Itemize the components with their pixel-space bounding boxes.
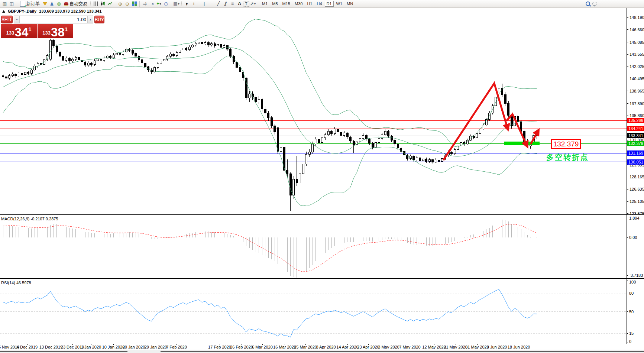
date-label: 21 May 2020 bbox=[444, 345, 467, 349]
timeframe-mn[interactable]: MN bbox=[345, 1, 355, 7]
price-badge-130.051: 130.051 bbox=[628, 160, 643, 164]
timeframe-m30[interactable]: M30 bbox=[293, 1, 304, 7]
chart-canvas[interactable]: MACD(12,26,9) -0.2107 0.28751.8940.00-3.… bbox=[0, 0, 644, 353]
toolbar-separator bbox=[199, 1, 199, 7]
sell-button[interactable]: SELL bbox=[1, 16, 13, 23]
price-axis-tick: 146.660 bbox=[630, 27, 644, 32]
trend-arrow-1[interactable] bbox=[443, 83, 508, 160]
new-order-button[interactable]: + 新订单 bbox=[19, 0, 41, 7]
bar-chart-type-icon[interactable] bbox=[92, 0, 99, 7]
expert-advisor-icon[interactable]: ♟ bbox=[48, 0, 55, 7]
toolbar-separator bbox=[17, 1, 17, 7]
timeframe-m1[interactable]: M1 bbox=[260, 1, 269, 7]
price-badge-135.266: 135.266 bbox=[628, 118, 643, 123]
fibonacci-tool-icon[interactable]: ≡ bbox=[229, 0, 236, 7]
autotrade-button[interactable]: 自动交易 bbox=[62, 0, 89, 7]
date-label: 20 Jan 2020 bbox=[123, 345, 145, 349]
price-badge-132.379: 132.379 bbox=[628, 141, 643, 146]
date-label: 31 May 2020 bbox=[465, 345, 489, 349]
volume-down-button[interactable]: ▼ bbox=[14, 16, 20, 23]
arrows-tool-icon[interactable]: ↗▾ bbox=[249, 0, 256, 7]
periods-clock-icon[interactable]: ◷ bbox=[162, 0, 169, 7]
candlestick-chart-type-icon[interactable] bbox=[99, 0, 106, 7]
text-label-tool-icon[interactable]: T bbox=[243, 1, 249, 7]
indicators-button[interactable]: +▾ bbox=[155, 0, 162, 7]
sell-price-prefix: 133 bbox=[6, 30, 14, 36]
auto-scroll-icon[interactable]: ⇉ bbox=[141, 0, 148, 7]
chart-shift-icon[interactable]: ⇥ bbox=[148, 0, 155, 7]
date-label: 18 Jun 2020 bbox=[508, 345, 530, 349]
price-axis-tick: 148.190 bbox=[630, 15, 644, 20]
date-label: 6 Mar 2020 bbox=[252, 345, 273, 349]
price-axis-tick: 128.165 bbox=[630, 175, 644, 179]
buy-price-prefix: 133 bbox=[42, 30, 51, 36]
macd-axis-tick: 0.00 bbox=[629, 235, 637, 240]
volume-input[interactable] bbox=[20, 16, 87, 23]
price-axis-tick: 140.495 bbox=[630, 77, 644, 81]
autotrade-icon bbox=[64, 2, 68, 6]
date-label: 10 Jan 2020 bbox=[102, 345, 125, 349]
h-scrollbar-bar[interactable] bbox=[161, 351, 644, 352]
timeframe-m5[interactable]: M5 bbox=[270, 1, 279, 7]
trendline-tool-icon[interactable]: ╱ bbox=[215, 0, 222, 7]
dropdown-caret: ▾ bbox=[178, 2, 179, 6]
toolbar-separator bbox=[139, 1, 140, 7]
funnel-icon[interactable] bbox=[41, 0, 48, 7]
dropdown-caret: ▾ bbox=[254, 2, 256, 6]
buy-price-pip: 1 bbox=[65, 26, 68, 32]
date-label: 17 Feb 2020 bbox=[208, 345, 231, 349]
chart-preview-icon[interactable]: ◫ bbox=[8, 0, 15, 7]
symbol-period-label: GBPJPY-,Daily bbox=[8, 9, 36, 13]
h-scrollbar-bar[interactable] bbox=[0, 351, 127, 352]
line-chart-type-icon[interactable] bbox=[106, 0, 113, 7]
timeframe-w1[interactable]: W1 bbox=[334, 1, 344, 7]
channel-tool-icon[interactable]: ∥ bbox=[222, 0, 229, 7]
date-label: 12 May 2020 bbox=[422, 345, 446, 349]
toolbar-separator bbox=[258, 1, 258, 7]
macd-axis-tick: 1.894 bbox=[629, 216, 640, 220]
rsi-axis-tick: 50 bbox=[629, 310, 634, 314]
price-axis-tick: 123.575 bbox=[630, 211, 644, 216]
price-badge-133.341: 133.341 bbox=[628, 133, 643, 138]
text-tool-icon[interactable]: A bbox=[236, 0, 243, 7]
buy-price-big: 38 bbox=[51, 27, 65, 37]
horizontal-line-tool-icon[interactable]: — bbox=[208, 0, 215, 7]
candles bbox=[2, 39, 538, 211]
vertical-line-tool-icon[interactable]: | bbox=[201, 0, 208, 7]
price-axis-tick: 125.105 bbox=[630, 199, 644, 204]
date-label: 7 Feb 2020 bbox=[166, 345, 187, 349]
volume-up-button[interactable]: ▲ bbox=[87, 16, 93, 23]
price-callout-text: 132.379 bbox=[553, 140, 579, 148]
rsi-axis-tick: 80 bbox=[629, 291, 634, 295]
toolbar-separator bbox=[115, 1, 115, 7]
search-icon[interactable] bbox=[584, 0, 591, 7]
date-label: 23 Apr 2020 bbox=[357, 345, 379, 349]
zoom-out-icon[interactable]: ⊖ bbox=[124, 0, 131, 7]
sell-price-box[interactable]: 133 34 1 bbox=[1, 24, 37, 38]
chat-icon[interactable] bbox=[591, 0, 598, 7]
zoom-in-icon[interactable]: ⊕ bbox=[117, 0, 124, 7]
price-axis-tick: 135.860 bbox=[630, 113, 644, 118]
macd-label: MACD(12,26,9) -0.2107 0.2875 bbox=[1, 217, 58, 221]
crosshair-tool-icon[interactable]: + bbox=[190, 0, 197, 7]
one-click-trading-panel: SELL ▼ ▲ BUY 133 34 1 133 38 1 bbox=[1, 16, 73, 38]
sell-price-pip: 1 bbox=[28, 26, 31, 32]
timeframe-h4[interactable]: H4 bbox=[315, 1, 324, 7]
new-chart-icon[interactable]: ▥ bbox=[1, 0, 8, 7]
bollinger-lower bbox=[3, 56, 537, 206]
date-label: 26 Feb 2020 bbox=[230, 345, 253, 349]
cursor-tool-icon[interactable]: ➤ bbox=[183, 0, 190, 7]
tile-windows-icon[interactable] bbox=[131, 0, 138, 7]
buy-button[interactable]: BUY bbox=[94, 16, 104, 23]
buy-price-box[interactable]: 133 38 1 bbox=[38, 24, 73, 38]
timeframe-d1[interactable]: D1 bbox=[325, 1, 334, 7]
templates-button[interactable]: ▦▾ bbox=[173, 0, 180, 7]
price-axis-tick: 142.025 bbox=[630, 64, 644, 69]
signal-icon[interactable]: ◍ bbox=[55, 0, 62, 7]
timeframe-m15[interactable]: M15 bbox=[281, 1, 292, 7]
date-axis: 25 Nov 20194 Dec 201913 Dec 201923 Dec 2… bbox=[0, 344, 530, 349]
date-label: 3 May 2020 bbox=[378, 345, 399, 349]
rsi-axis-tick: 100 bbox=[629, 280, 636, 284]
macd-histogram bbox=[3, 220, 537, 278]
timeframe-h1[interactable]: H1 bbox=[305, 1, 314, 7]
